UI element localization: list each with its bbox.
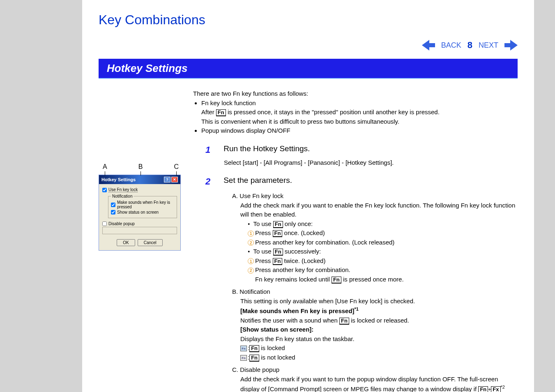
notification-legend: Notification (111, 194, 134, 198)
make-sounds-checkbox[interactable] (111, 203, 115, 207)
make-sounds-label: Make sounds when Fn key is pressed (117, 200, 174, 209)
use-fn-key-lock-checkbox[interactable] (102, 188, 107, 192)
circled-1-icon: 1 (248, 231, 254, 237)
item-c-title: Disable popup (240, 366, 279, 373)
line-icon (176, 171, 177, 175)
dialog-title: Hotkey Settings (101, 177, 136, 182)
ok-button[interactable]: OK (117, 239, 135, 246)
use-fn-label: Use Fn key lock (108, 187, 138, 192)
bullet-icon (248, 219, 250, 229)
bullet-icon (248, 247, 250, 256)
fn-key-icon: Fn (273, 221, 283, 228)
disable-popup-checkbox[interactable] (102, 221, 107, 226)
fn-key-icon: Fn (478, 386, 488, 392)
back-arrow-icon[interactable] (422, 40, 435, 51)
hotkey-settings-dialog: Hotkey Settings ? ✕ Use Fn key lock Noti… (99, 175, 181, 251)
fx-key-icon: Fx (491, 386, 500, 392)
circled-2-icon: 2 (248, 267, 254, 274)
show-status-heading: [Show status on screen]: (240, 326, 313, 333)
step-1-detail: Select [start] - [All Programs] - [Panas… (224, 158, 518, 168)
cancel-button[interactable]: Cancel (138, 239, 163, 246)
section-header: Hotkey Settings (99, 59, 518, 79)
line-icon (105, 171, 105, 175)
document-page: Key Combinations BACK 8 NEXT Hotkey Sett… (82, 0, 534, 392)
fn-lock-desc-2: This is convenient when it is difficult … (201, 118, 399, 125)
circled-1-icon: 1 (248, 258, 254, 264)
item-a-desc: Add the check mark if you want to enable… (240, 201, 518, 219)
step-1-title: Run the Hotkey Settings. (223, 144, 310, 153)
intro-text: There are two Fn key functions as follow… (193, 89, 518, 99)
item-c-label: C. (232, 366, 238, 373)
item-b-desc: This setting is only available when [Use… (240, 297, 518, 306)
item-a-label: A. (232, 192, 238, 199)
fn-key-icon: Fn (273, 249, 283, 256)
circled-2-icon: 2 (248, 240, 254, 246)
show-status-desc: Displays the Fn key status on the taskba… (240, 335, 355, 342)
make-sounds-heading: [Make sounds when Fn key is pressed] (240, 307, 355, 314)
step-2-number: 2 (205, 175, 222, 188)
item-b-title: Notification (240, 288, 270, 295)
fn-lock-desc-1a: After (201, 108, 216, 115)
tray-fn-off-icon: Fn (240, 355, 247, 361)
page-title: Key Combinations (99, 12, 518, 28)
nav-bar: BACK 8 NEXT (99, 40, 518, 51)
fn-key-icon: Fn (339, 318, 349, 325)
fn-key-icon: Fn (332, 277, 341, 284)
notification-fieldset: Notification Make sounds when Fn key is … (108, 194, 177, 218)
fn-key-icon: Fn (249, 355, 259, 362)
close-icon[interactable]: ✕ (171, 177, 178, 182)
label-b: B (138, 163, 143, 171)
bullet-fn-lock: Fn key lock function (201, 99, 256, 106)
line-icon (140, 171, 141, 175)
back-link[interactable]: BACK (441, 41, 461, 50)
label-c: C (174, 163, 179, 171)
next-link[interactable]: NEXT (479, 41, 498, 50)
step-1-number: 1 (205, 143, 222, 157)
next-arrow-icon[interactable] (504, 40, 518, 51)
fn-key-icon: Fn (273, 230, 283, 237)
tray-fn-on-icon: Fn (240, 346, 247, 351)
item-b-label: B. (232, 288, 238, 295)
fn-lock-desc-1b: is pressed once, it stays in the "presse… (226, 108, 440, 115)
fn-key-icon: Fn (273, 258, 283, 265)
help-icon[interactable]: ? (164, 177, 170, 182)
fn-key-icon: Fn (216, 109, 226, 116)
bullet-popup: Popup windows display ON/OFF (201, 126, 518, 136)
disable-popup-label: Disable popup (108, 221, 135, 226)
main-content: There are two Fn key functions as follow… (193, 89, 518, 392)
show-status-label: Show status on screen (117, 210, 159, 214)
item-a-title: Use Fn key lock (240, 192, 283, 199)
fn-key-icon: Fn (249, 345, 259, 352)
page-number: 8 (467, 40, 472, 51)
empty-fieldset (102, 227, 177, 234)
label-a: A (103, 163, 107, 171)
show-status-checkbox[interactable] (111, 210, 115, 214)
screenshot-column: A B C Hotkey Settings ? ✕ (99, 89, 181, 392)
step-2-title: Set the parameters. (223, 176, 292, 184)
